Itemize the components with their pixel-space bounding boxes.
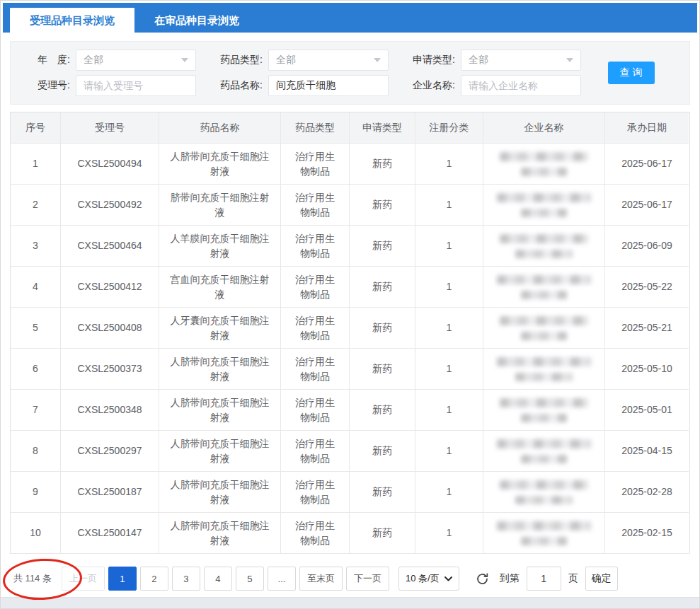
- redacted-company-blur: [500, 398, 589, 407]
- cell-date: 2025-05-21: [605, 308, 689, 349]
- cell-reg-class: 1: [415, 144, 483, 185]
- chevron-down-icon: [181, 58, 188, 62]
- cell-drug-type: 治疗用生物制品: [281, 431, 350, 472]
- drug-type-select[interactable]: 全部: [268, 50, 389, 71]
- cell-company-redacted: [483, 267, 605, 308]
- pagination-bar: 共 114 条 上一页 12345 ... 至末页 下一页 10 条/页 到第 …: [10, 567, 690, 591]
- cell-acceptance-no: CXSL2500412: [61, 267, 159, 308]
- cell-drug-name: 脐带间充质干细胞注射液: [159, 185, 281, 226]
- cell-drug-type: 治疗用生物制品: [281, 472, 350, 513]
- year-label: 年 度:: [19, 54, 70, 66]
- tab-accepted-catalog[interactable]: 受理品种目录浏览: [10, 8, 134, 33]
- drug-type-label: 药品类型:: [212, 54, 263, 66]
- cell-reg-class: 1: [415, 226, 483, 267]
- page-button-4[interactable]: 4: [204, 567, 232, 591]
- search-button[interactable]: 查询: [608, 62, 655, 84]
- last-page-button[interactable]: 至末页: [299, 567, 343, 591]
- application-type-select[interactable]: 全部: [461, 50, 581, 71]
- goto-unit-label: 页: [568, 572, 578, 585]
- app-window: 受理品种目录浏览 在审品种目录浏览 年 度: 全部 药品类型: 全部: [0, 0, 700, 609]
- cell-drug-name: 人脐带间充质干细胞注射液: [159, 390, 281, 431]
- drug-name-input[interactable]: [268, 75, 389, 96]
- cell-index: 1: [11, 144, 61, 185]
- prev-page-button[interactable]: 上一页: [62, 567, 105, 591]
- cell-company-redacted: [483, 431, 605, 472]
- cell-drug-type: 治疗用生物制品: [281, 390, 350, 431]
- redacted-company-blur: [500, 152, 589, 161]
- cell-drug-name: 人羊膜间充质干细胞注射液: [159, 226, 281, 267]
- redacted-company-blur: [521, 168, 568, 176]
- header-drug-name: 药品名称: [159, 112, 281, 144]
- cell-application-type: 新药: [350, 513, 415, 554]
- refresh-icon[interactable]: [475, 572, 490, 586]
- cell-date: 2025-05-10: [605, 349, 689, 390]
- cell-drug-type: 治疗用生物制品: [281, 349, 350, 390]
- page-button-1[interactable]: 1: [108, 567, 137, 591]
- header-reg-class: 注册分类: [415, 112, 483, 144]
- table-row: 7 CXSL2500348 人脐带间充质干细胞注射液 治疗用生物制品 新药 1 …: [11, 390, 689, 431]
- cell-reg-class: 1: [415, 349, 483, 390]
- cell-company-redacted: [483, 472, 605, 513]
- table-row: 8 CXSL2500297 人脐带间充质干细胞注射液 治疗用生物制品 新药 1 …: [11, 431, 689, 472]
- table-row: 6 CXSL2500373 人脐带间充质干细胞注射液 治疗用生物制品 新药 1 …: [11, 349, 689, 390]
- cell-drug-name: 人牙囊间充质干细胞注射液: [159, 308, 281, 349]
- cell-drug-name: 人脐带间充质干细胞注射液: [159, 472, 281, 513]
- cell-index: 10: [11, 513, 61, 554]
- cell-index: 2: [11, 185, 61, 226]
- cell-company-redacted: [483, 185, 605, 226]
- cell-company-redacted: [483, 513, 605, 554]
- confirm-button[interactable]: 确定: [585, 567, 618, 591]
- redacted-company-blur: [515, 250, 572, 258]
- page-size-select[interactable]: 10 条/页: [398, 567, 459, 591]
- cell-reg-class: 1: [415, 308, 483, 349]
- cell-date: 2025-05-22: [605, 267, 689, 308]
- cell-acceptance-no: CXSL2500187: [61, 472, 159, 513]
- cell-drug-type: 治疗用生物制品: [281, 144, 350, 185]
- acceptance-no-label: 受理号:: [19, 79, 70, 92]
- cell-application-type: 新药: [350, 144, 415, 185]
- cell-application-type: 新药: [350, 349, 415, 390]
- redacted-company-blur: [497, 275, 591, 284]
- cell-company-redacted: [483, 308, 605, 349]
- cell-acceptance-no: CXSL2500348: [61, 390, 159, 431]
- table-row: 4 CXSL2500412 宫血间充质干细胞注射液 治疗用生物制品 新药 1 2…: [11, 267, 689, 308]
- cell-acceptance-no: CXSL2500373: [61, 349, 159, 390]
- table-row: 5 CXSL2500408 人牙囊间充质干细胞注射液 治疗用生物制品 新药 1 …: [11, 308, 689, 349]
- redacted-company-blur: [521, 537, 568, 545]
- table-row: 2 CXSL2500492 脐带间充质干细胞注射液 治疗用生物制品 新药 1 2…: [11, 185, 689, 226]
- cell-date: 2025-04-15: [605, 431, 689, 472]
- cell-drug-name: 宫血间充质干细胞注射液: [159, 267, 281, 308]
- year-select[interactable]: 全部: [76, 50, 196, 71]
- cell-acceptance-no: CXSL2500408: [61, 308, 159, 349]
- cell-date: 2025-05-01: [605, 390, 689, 431]
- page-button-5[interactable]: 5: [236, 567, 264, 591]
- cell-acceptance-no: CXSL2500297: [61, 431, 159, 472]
- table-header-row: 序号 受理号 药品名称 药品类型 申请类型 注册分类 企业名称 承办日期: [11, 112, 689, 144]
- page-button-3[interactable]: 3: [172, 567, 200, 591]
- page-button-2[interactable]: 2: [140, 567, 168, 591]
- cell-company-redacted: [483, 349, 605, 390]
- cell-application-type: 新药: [350, 431, 415, 472]
- cell-index: 5: [11, 308, 61, 349]
- company-name-label: 企业名称:: [404, 79, 455, 92]
- redacted-company-blur: [515, 496, 572, 504]
- ellipsis-page-button[interactable]: ...: [268, 567, 296, 591]
- cell-date: 2025-06-17: [605, 144, 689, 185]
- acceptance-no-input[interactable]: [76, 75, 196, 96]
- company-name-input[interactable]: [461, 75, 581, 96]
- cell-date: 2025-02-28: [605, 472, 689, 513]
- table-row: 1 CXSL2500494 人脐带间充质干细胞注射液 治疗用生物制品 新药 1 …: [11, 144, 689, 185]
- redacted-company-blur: [515, 373, 572, 381]
- redacted-company-blur: [521, 209, 568, 217]
- tab-under-review-catalog[interactable]: 在审品种目录浏览: [134, 8, 259, 33]
- page-buttons: 12345: [108, 567, 268, 591]
- next-page-button[interactable]: 下一页: [346, 567, 389, 591]
- cell-acceptance-no: CXSL2500494: [61, 144, 159, 185]
- cell-application-type: 新药: [350, 185, 415, 226]
- cell-company-redacted: [483, 226, 605, 267]
- header-date: 承办日期: [605, 112, 689, 144]
- table-row: 10 CXSL2500147 人脐带间充质干细胞注射液 治疗用生物制品 新药 1…: [11, 513, 689, 554]
- cell-drug-name: 人脐带间充质干细胞注射液: [159, 349, 281, 390]
- cell-application-type: 新药: [350, 390, 415, 431]
- goto-page-input[interactable]: [527, 567, 561, 591]
